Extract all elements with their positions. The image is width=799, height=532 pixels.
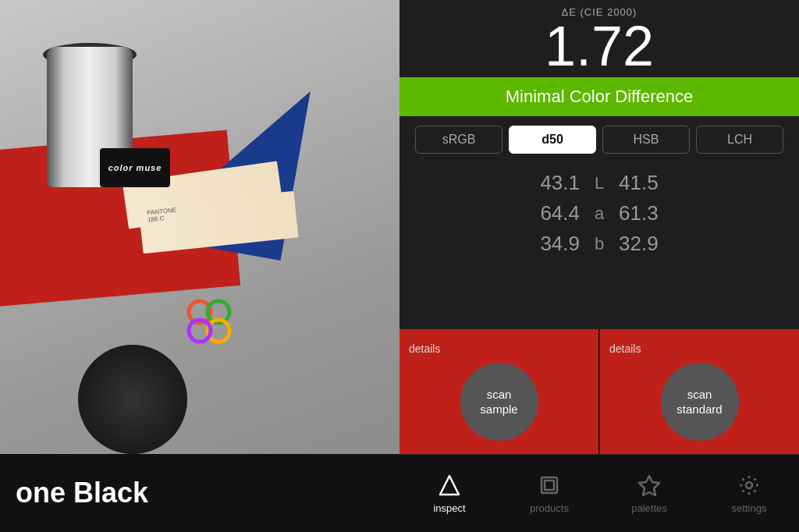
value-left-b: 34.9 bbox=[517, 232, 580, 256]
nav-products[interactable]: products bbox=[499, 455, 599, 532]
palettes-label: palettes bbox=[631, 502, 667, 514]
scan-sample-card: details scansample bbox=[400, 329, 598, 454]
device bbox=[78, 345, 187, 454]
nav-settings[interactable]: settings bbox=[699, 455, 799, 532]
mug-label-text: color muse bbox=[108, 163, 162, 172]
inspect-icon bbox=[437, 473, 462, 498]
inspect-label: inspect bbox=[433, 502, 465, 514]
value-left-a: 64.4 bbox=[517, 201, 580, 225]
mug-label: color muse bbox=[100, 148, 170, 187]
tab-lch[interactable]: LCH bbox=[696, 126, 783, 154]
scan-standard-card: details scanstandard bbox=[600, 329, 799, 454]
scan-sample-button[interactable]: scansample bbox=[460, 363, 538, 441]
svg-marker-4 bbox=[440, 476, 459, 495]
value-right-b: 32.9 bbox=[619, 232, 681, 256]
nav-inspect[interactable]: inspect bbox=[400, 455, 499, 532]
svg-rect-6 bbox=[545, 481, 554, 490]
value-left-L: 43.1 bbox=[517, 171, 580, 195]
bottom-nav: inspect products palettes settings bbox=[400, 454, 799, 532]
photo-panel: PANTONE186 C color muse one Black bbox=[0, 0, 400, 532]
tab-srgb[interactable]: sRGB bbox=[415, 126, 502, 154]
value-axis-a: a bbox=[580, 204, 619, 224]
products-icon bbox=[537, 473, 562, 498]
value-row-b: 34.9 b 32.9 bbox=[423, 232, 776, 256]
pantone-text: PANTONE186 C bbox=[147, 207, 178, 224]
settings-icon bbox=[737, 473, 762, 498]
value-right-L: 41.5 bbox=[619, 171, 681, 195]
scan-standard-button[interactable]: scanstandard bbox=[661, 363, 739, 441]
svg-marker-7 bbox=[639, 476, 659, 495]
scan-standard-details-label: details bbox=[609, 342, 641, 355]
value-row-L: 43.1 L 41.5 bbox=[423, 171, 776, 195]
scan-standard-text: scanstandard bbox=[676, 387, 722, 417]
banner-text: Minimal Color Difference bbox=[506, 87, 693, 106]
black-bottom-band: one Black bbox=[0, 454, 400, 532]
bottom-band-text: one Black bbox=[16, 477, 148, 509]
mug: color muse bbox=[47, 47, 133, 187]
value-right-a: 61.3 bbox=[619, 201, 681, 225]
tab-d50[interactable]: d50 bbox=[509, 126, 596, 154]
green-banner: Minimal Color Difference bbox=[400, 77, 799, 116]
nav-palettes[interactable]: palettes bbox=[599, 455, 699, 532]
device-logo-svg bbox=[178, 290, 240, 353]
scan-section: details scansample details scanstandard bbox=[400, 329, 799, 454]
tab-row: sRGB d50 HSB LCH bbox=[400, 116, 799, 163]
delta-value: 1.72 bbox=[400, 18, 799, 74]
values-section: 43.1 L 41.5 64.4 a 61.3 34.9 b 32.9 bbox=[400, 163, 799, 329]
value-axis-L: L bbox=[580, 173, 619, 193]
value-axis-b: b bbox=[580, 234, 619, 254]
scan-sample-details-label: details bbox=[409, 342, 440, 355]
products-label: products bbox=[530, 502, 569, 514]
scan-sample-text: scansample bbox=[480, 387, 517, 417]
device-logo bbox=[170, 282, 248, 360]
settings-label: settings bbox=[732, 502, 767, 514]
tab-hsb[interactable]: HSB bbox=[602, 126, 690, 154]
svg-point-8 bbox=[746, 482, 752, 488]
delta-section: ΔE (CIE 2000) 1.72 bbox=[400, 0, 799, 77]
palettes-icon bbox=[637, 473, 662, 498]
right-panel: ΔE (CIE 2000) 1.72 Minimal Color Differe… bbox=[400, 0, 799, 532]
value-row-a: 64.4 a 61.3 bbox=[423, 201, 776, 225]
